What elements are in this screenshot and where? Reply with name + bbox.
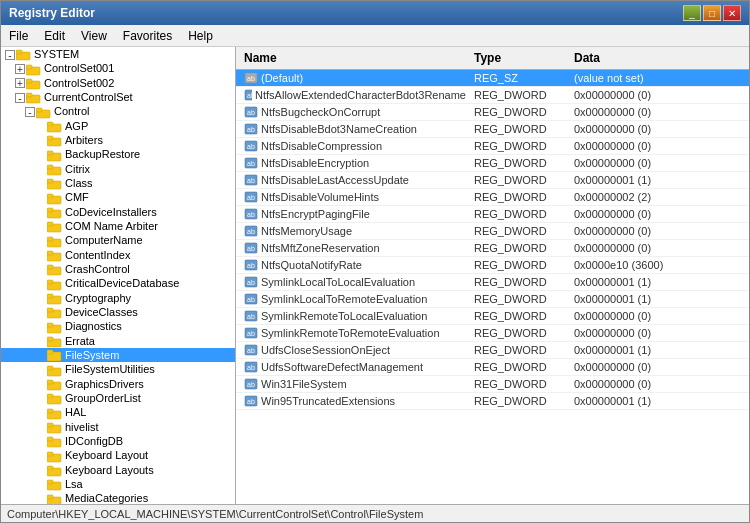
tree-label: Arbiters [65, 133, 103, 147]
tree-node-controlset001[interactable]: +ControlSet001 [1, 61, 235, 75]
reg-data: 0x00000000 (0) [570, 224, 745, 238]
table-row[interactable]: abNtfsQuotaNotifyRate REG_DWORD 0x0000e1… [236, 257, 749, 274]
svg-rect-5 [26, 79, 32, 83]
tree-node-agp[interactable]: AGP [1, 119, 235, 133]
tree-node-computername[interactable]: ComputerName [1, 233, 235, 247]
tree-node-diagnostics[interactable]: Diagnostics [1, 319, 235, 333]
reg-type: REG_DWORD [470, 377, 570, 391]
table-row[interactable]: abNtfsMftZoneReservation REG_DWORD 0x000… [236, 240, 749, 257]
folder-icon [26, 91, 42, 104]
svg-text:ab: ab [247, 296, 255, 303]
tree-node-codeviceinstallers[interactable]: CoDeviceInstallers [1, 205, 235, 219]
table-row[interactable]: abNtfsAllowExtendedCharacterBdot3Rename … [236, 87, 749, 104]
collapse-icon[interactable]: - [15, 93, 25, 103]
menu-file[interactable]: File [1, 26, 36, 46]
tree-label: BackupRestore [65, 147, 140, 161]
tree-label: hivelist [65, 420, 99, 434]
tree-node-backuprestore[interactable]: BackupRestore [1, 147, 235, 161]
svg-text:ab: ab [247, 143, 255, 150]
folder-icon [47, 235, 63, 248]
tree-node-mediacategories[interactable]: MediaCategories [1, 491, 235, 504]
menu-help[interactable]: Help [180, 26, 221, 46]
reg-sz-icon: ab [244, 72, 258, 84]
tree-node-deviceclasses[interactable]: DeviceClasses [1, 305, 235, 319]
tree-node-keyboardlayout[interactable]: Keyboard Layout [1, 448, 235, 462]
table-row[interactable]: abUdfsCloseSessionOnEject REG_DWORD 0x00… [236, 342, 749, 359]
table-row[interactable]: abNtfsEncryptPagingFile REG_DWORD 0x0000… [236, 206, 749, 223]
tree-panel[interactable]: -SYSTEM+ControlSet001+ControlSet002-Curr… [1, 47, 236, 504]
table-row[interactable]: abWin95TruncatedExtensions REG_DWORD 0x0… [236, 393, 749, 410]
menu-edit[interactable]: Edit [36, 26, 73, 46]
expand-icon[interactable]: + [15, 78, 25, 88]
tree-node-filesystem[interactable]: FileSystem [1, 348, 235, 362]
tree-label: COM Name Arbiter [65, 219, 158, 233]
tree-node-criticaldevicedatabase[interactable]: CriticalDeviceDatabase [1, 276, 235, 290]
expand-icon[interactable]: + [15, 64, 25, 74]
tree-node-cryptography[interactable]: Cryptography [1, 291, 235, 305]
table-row[interactable]: ab(Default) REG_SZ (value not set) [236, 70, 749, 87]
table-row[interactable]: abSymlinkRemoteToLocalEvaluation REG_DWO… [236, 308, 749, 325]
reg-dword-icon: ab [244, 327, 258, 339]
table-row[interactable]: abNtfsDisableEncryption REG_DWORD 0x0000… [236, 155, 749, 172]
tree-node-controlset002[interactable]: +ControlSet002 [1, 76, 235, 90]
tree-node-filesystemutilities[interactable]: FileSystemUtilities [1, 362, 235, 376]
tree-node-lsa[interactable]: Lsa [1, 477, 235, 491]
table-row[interactable]: abNtfsBugcheckOnCorrupt REG_DWORD 0x0000… [236, 104, 749, 121]
tree-node-currentcontrolset[interactable]: -CurrentControlSet [1, 90, 235, 104]
reg-type: REG_DWORD [470, 241, 570, 255]
values-list[interactable]: ab(Default) REG_SZ (value not set) abNtf… [236, 70, 749, 504]
reg-data: 0x00000000 (0) [570, 139, 745, 153]
reg-dword-icon: ab [244, 276, 258, 288]
tree-label: Keyboard Layout [65, 448, 148, 462]
reg-type: REG_DWORD [470, 343, 570, 357]
tree-node-class[interactable]: Class [1, 176, 235, 190]
reg-dword-icon: ab [244, 395, 258, 407]
reg-dword-icon: ab [244, 157, 258, 169]
tree-node-idconfigdb[interactable]: IDConfigDB [1, 434, 235, 448]
table-row[interactable]: abNtfsDisableVolumeHints REG_DWORD 0x000… [236, 189, 749, 206]
tree-node-arbiters[interactable]: Arbiters [1, 133, 235, 147]
tree-node-grouporderlist[interactable]: GroupOrderList [1, 391, 235, 405]
table-row[interactable]: abSymlinkRemoteToRemoteEvaluation REG_DW… [236, 325, 749, 342]
table-row[interactable]: abNtfsMemoryUsage REG_DWORD 0x00000000 (… [236, 223, 749, 240]
svg-rect-53 [47, 423, 53, 427]
collapse-icon[interactable]: - [25, 107, 35, 117]
menu-view[interactable]: View [73, 26, 115, 46]
svg-rect-11 [47, 122, 53, 126]
table-row[interactable]: abSymlinkLocalToRemoteEvaluation REG_DWO… [236, 291, 749, 308]
reg-data: 0x00000000 (0) [570, 207, 745, 221]
folder-icon [47, 292, 63, 305]
tree-node-contentindex[interactable]: ContentIndex [1, 248, 235, 262]
tree-node-system[interactable]: -SYSTEM [1, 47, 235, 61]
reg-data: 0x00000001 (1) [570, 275, 745, 289]
close-button[interactable]: ✕ [723, 5, 741, 21]
tree-node-comnamearbiter[interactable]: COM Name Arbiter [1, 219, 235, 233]
tree-node-errata[interactable]: Errata [1, 334, 235, 348]
table-row[interactable]: abNtfsDisableCompression REG_DWORD 0x000… [236, 138, 749, 155]
table-row[interactable]: abWin31FileSystem REG_DWORD 0x00000000 (… [236, 376, 749, 393]
tree-node-control[interactable]: -Control [1, 104, 235, 118]
table-row[interactable]: abSymlinkLocalToLocalEvaluation REG_DWOR… [236, 274, 749, 291]
reg-data: 0x0000e10 (3600) [570, 258, 745, 272]
tree-node-citrix[interactable]: Citrix [1, 162, 235, 176]
menu-favorites[interactable]: Favorites [115, 26, 180, 46]
table-row[interactable]: abNtfsDisableLastAccessUpdate REG_DWORD … [236, 172, 749, 189]
collapse-icon[interactable]: - [5, 50, 15, 60]
maximize-button[interactable]: □ [703, 5, 721, 21]
tree-node-graphicsdrivers[interactable]: GraphicsDrivers [1, 377, 235, 391]
svg-text:ab: ab [247, 109, 255, 116]
minimize-button[interactable]: _ [683, 5, 701, 21]
svg-text:ab: ab [247, 194, 255, 201]
tree-node-keyboardlayouts[interactable]: Keyboard Layouts [1, 463, 235, 477]
tree-node-hivelist[interactable]: hivelist [1, 420, 235, 434]
table-row[interactable]: abNtfsDisableBdot3NameCreation REG_DWORD… [236, 121, 749, 138]
reg-type: REG_DWORD [470, 224, 570, 238]
table-row[interactable]: abUdfsSoftwareDefectManagement REG_DWORD… [236, 359, 749, 376]
tree-node-crashcontrol[interactable]: CrashControl [1, 262, 235, 276]
tree-label: Class [65, 176, 93, 190]
tree-node-hal[interactable]: HAL [1, 405, 235, 419]
tree-node-cmf[interactable]: CMF [1, 190, 235, 204]
tree-label: HAL [65, 405, 86, 419]
reg-data: 0x00000000 (0) [570, 309, 745, 323]
folder-icon [47, 421, 63, 434]
